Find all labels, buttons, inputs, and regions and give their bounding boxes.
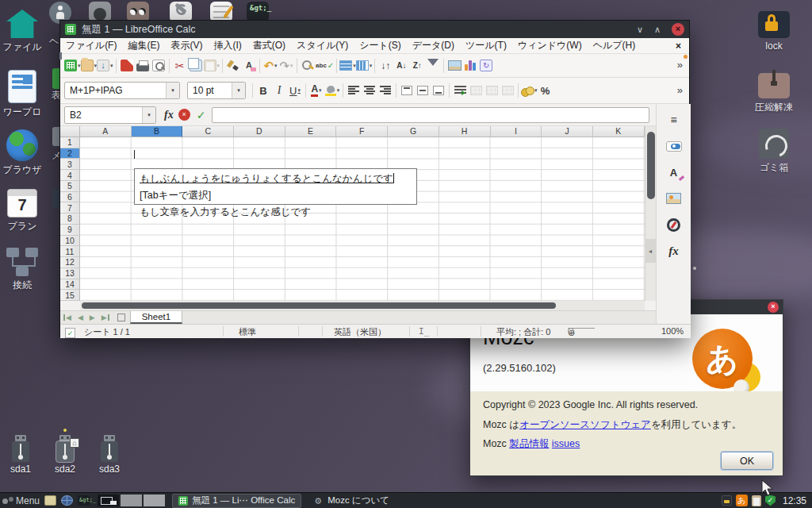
sort-ascending-button[interactable]: A↓ [393,57,409,75]
paste-button[interactable]: ▾ [204,57,220,75]
row-header[interactable]: 4 [60,170,80,181]
column-header[interactable]: A [80,126,132,137]
oss-link[interactable]: オープンソースソフトウェア [519,419,651,430]
issues-link[interactable]: issues [552,438,580,449]
vertical-scrollbar-thumb[interactable] [647,132,655,199]
formula-input[interactable] [212,107,649,123]
clipboard-tray-icon[interactable] [752,495,761,506]
taskbar-item-mozc[interactable]: ⚙ Mozc について [308,494,395,508]
column-header[interactable]: F [336,126,388,137]
row-header[interactable]: 13 [60,268,80,279]
maximize-button[interactable]: ∧ [654,25,661,35]
product-info-link[interactable]: 製品情報 [509,438,549,449]
row-header[interactable]: 12 [60,257,80,268]
column-header[interactable]: E [285,126,337,137]
previous-sheet-button[interactable]: ◀ [75,314,86,321]
menu-edit[interactable]: 編集(E) [122,39,165,52]
sidebar-styles-button[interactable]: A [657,162,691,183]
menu-insert[interactable]: 挿入(I) [208,39,247,52]
horizontal-scrollbar-thumb[interactable] [82,302,556,309]
last-sheet-button[interactable]: ▶ [98,314,113,321]
close-document-button[interactable]: × [676,40,681,52]
accept-input-button[interactable]: ✓ [197,109,206,121]
sidebar-properties-button[interactable] [657,136,691,156]
sheet-tab[interactable]: Sheet1 [130,311,182,324]
menu-sheet[interactable]: シート(S) [354,39,407,52]
copy-button[interactable] [188,57,204,75]
insert-chart-button[interactable] [462,57,478,75]
next-sheet-button[interactable]: ▶ [86,314,98,321]
page-style[interactable]: 標準 [239,326,256,338]
toolbar-overflow-button[interactable]: » [677,84,683,96]
vertical-scrollbar[interactable] [645,126,656,301]
align-right-button[interactable] [377,82,393,99]
workspace-2[interactable] [121,495,142,506]
row-header[interactable]: 14 [60,279,80,291]
removable-drive-tray-icon[interactable] [722,495,732,506]
column-header[interactable]: J [542,126,593,137]
drive-icon-sda1[interactable]: sda1 [0,435,41,475]
desktop-icon-archive[interactable]: 圧縮解凍 [752,73,796,114]
browser-launcher-icon[interactable] [61,495,73,506]
column-header-selected[interactable]: B [132,126,183,137]
export-pdf-button[interactable] [119,57,135,75]
row-header[interactable]: 7 [60,202,80,214]
pivot-table-button[interactable]: ↻ [478,57,494,75]
sidebar-navigator-button[interactable] [657,214,691,235]
first-sheet-button[interactable]: ◀ [60,314,75,321]
autofilter-button[interactable] [425,57,441,75]
ok-button[interactable]: OK [721,452,773,470]
add-sheet-button[interactable] [117,314,125,321]
merge-cells-button[interactable] [484,82,500,99]
column-header[interactable]: I [491,126,542,137]
desktop-icon-plan[interactable]: 7 プラン [0,189,44,233]
menu-window[interactable]: ウィンドウ(W) [512,39,588,52]
language-status[interactable]: 英語（米国） [334,326,386,338]
print-preview-button[interactable] [151,57,167,75]
row-header[interactable]: 8 [60,214,80,225]
workspace-1[interactable] [98,495,119,506]
row-header[interactable]: 1 [60,137,80,148]
find-replace-button[interactable] [300,57,316,75]
drive-icon-sda3[interactable]: sda3 [89,435,130,475]
sidebar-menu-button[interactable]: ≡ [657,110,691,130]
desktop-icon-wordprocessor[interactable]: ワープロ [0,70,44,119]
column-header[interactable]: C [182,126,234,137]
align-center-button[interactable] [362,82,377,99]
desktop-icon-browser[interactable]: ブラウザ [0,129,44,177]
row-header[interactable]: 6 [60,192,80,203]
cut-button[interactable]: ✂ [172,57,188,75]
desktop-icon-files[interactable]: ファイル [0,10,44,54]
font-name-combobox[interactable]: M+1P+IPAG ▾ [64,82,180,99]
row-header[interactable]: 3 [60,159,80,170]
open-button[interactable]: ▾ [81,57,98,75]
desktop-icon-connect[interactable]: 接続 [0,248,44,292]
align-bottom-button[interactable] [431,82,446,99]
print-button[interactable] [135,57,151,75]
menu-data[interactable]: データ(D) [407,39,460,52]
currency-format-button[interactable]: ▾ [521,82,538,99]
column-button[interactable]: ▾ [356,57,373,75]
name-box[interactable]: B2 ▾ [64,106,156,124]
minimize-button[interactable]: ∨ [637,25,643,35]
font-size-combobox[interactable]: 10 pt ▾ [187,82,246,99]
sidebar-functions-button[interactable]: fx [657,241,691,261]
sum-average-status[interactable]: 平均: ; 合計: 0 [496,326,550,338]
undo-button[interactable]: ↶▾ [262,57,278,75]
zoom-percentage[interactable]: 100% [661,326,684,336]
align-vcenter-button[interactable] [415,82,431,99]
align-left-button[interactable] [346,82,362,99]
menu-format[interactable]: 書式(O) [247,39,291,52]
function-wizard-button[interactable]: fx [164,109,174,121]
row-header[interactable]: 15 [60,290,80,301]
file-manager-launcher-icon[interactable] [44,495,56,506]
new-button[interactable]: ▾ [64,57,81,75]
clock[interactable]: 12:35 [783,495,806,506]
sort-button[interactable]: ↓↑ [377,57,393,75]
window-titlebar[interactable]: 無題 1 — LibreOffice Calc ∨ ∧ × [60,21,689,38]
spellcheck-button[interactable]: abc✓ [316,57,334,75]
clear-formatting-button[interactable]: A [241,57,257,75]
close-button[interactable]: × [672,23,684,36]
sidebar-toggle-handle[interactable]: ◂ [645,239,656,263]
menu-view[interactable]: 表示(V) [165,39,208,52]
